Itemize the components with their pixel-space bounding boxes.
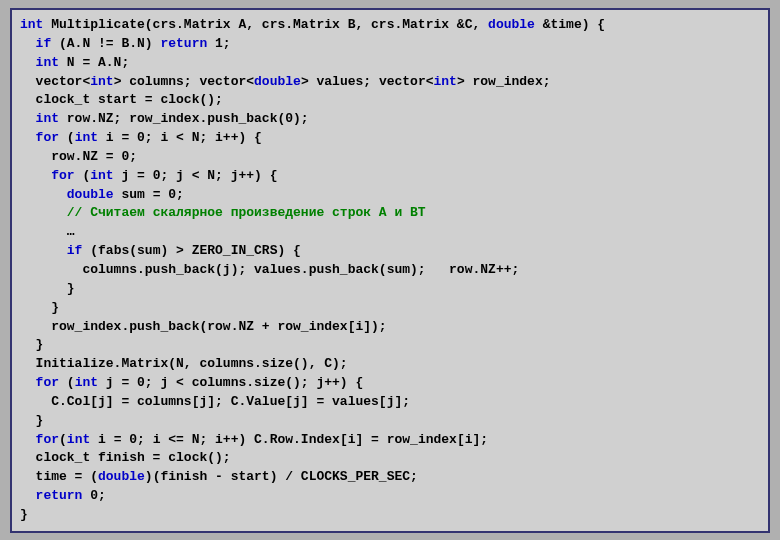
line-9: for (int j = 0; j < N; j++) { [20, 168, 277, 183]
kw-for: for [51, 168, 74, 183]
line-23: for(int i = 0; i <= N; i++) C.Row.Index[… [20, 432, 488, 447]
kw-double: double [98, 469, 145, 484]
line-18: } [20, 337, 43, 352]
kw-int: int [36, 55, 59, 70]
comment: // Считаем скалярное произведение строк … [67, 205, 426, 220]
line-14: columns.push_back(j); values.push_back(s… [20, 262, 519, 277]
kw-int: int [90, 74, 113, 89]
line-16: } [20, 300, 59, 315]
kw-for: for [36, 130, 59, 145]
line-24: clock_t finish = clock(); [20, 450, 231, 465]
line-8: row.NZ = 0; [20, 149, 137, 164]
line-5: clock_t start = clock(); [20, 92, 223, 107]
line-25: time = (double)(finish - start) / CLOCKS… [20, 469, 418, 484]
kw-if: if [36, 36, 52, 51]
kw-int: int [67, 432, 90, 447]
kw-return: return [36, 488, 83, 503]
line-4: vector<int> columns; vector<double> valu… [20, 74, 551, 89]
line-19: Initialize.Matrix(N, columns.size(), C); [20, 356, 348, 371]
line-15: } [20, 281, 75, 296]
line-3: int N = A.N; [20, 55, 129, 70]
line-6: int row.NZ; row_index.push_back(0); [20, 111, 309, 126]
line-11: // Считаем скалярное произведение строк … [20, 205, 426, 220]
line-10: double sum = 0; [20, 187, 184, 202]
line-7: for (int i = 0; i < N; i++) { [20, 130, 262, 145]
kw-for: for [36, 375, 59, 390]
kw-int: int [20, 17, 43, 32]
line-22: } [20, 413, 43, 428]
kw-for: for [36, 432, 59, 447]
kw-int: int [434, 74, 457, 89]
line-12: … [20, 224, 75, 239]
kw-int: int [90, 168, 113, 183]
kw-int: int [75, 375, 98, 390]
kw-double: double [67, 187, 114, 202]
line-17: row_index.push_back(row.NZ + row_index[i… [20, 319, 387, 334]
kw-if: if [67, 243, 83, 258]
kw-return: return [160, 36, 207, 51]
line-26: return 0; [20, 488, 106, 503]
code-block: int Multiplicate(crs.Matrix A, crs.Matri… [10, 8, 770, 533]
line-1: int Multiplicate(crs.Matrix A, crs.Matri… [20, 17, 605, 32]
line-20: for (int j = 0; j < columns.size(); j++)… [20, 375, 363, 390]
line-2: if (A.N != B.N) return 1; [20, 36, 231, 51]
kw-int: int [36, 111, 59, 126]
kw-double: double [488, 17, 535, 32]
kw-int: int [75, 130, 98, 145]
line-13: if (fabs(sum) > ZERO_IN_CRS) { [20, 243, 301, 258]
kw-double: double [254, 74, 301, 89]
line-27: } [20, 507, 28, 522]
line-21: C.Col[j] = columns[j]; C.Value[j] = valu… [20, 394, 410, 409]
